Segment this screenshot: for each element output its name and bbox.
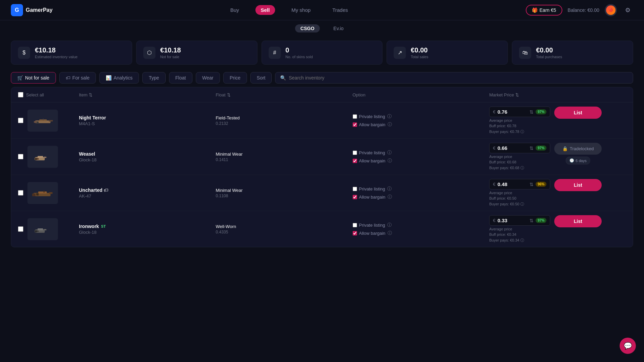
filter-wear[interactable]: Wear — [196, 72, 220, 84]
table-row: Ironwork ST Glock-18 Well-Worn 0.4335 Pr… — [11, 211, 633, 247]
item-2-thumbnail — [27, 146, 58, 168]
private-listing-1[interactable]: Private listing ⓘ — [353, 113, 490, 119]
filter-type[interactable]: Type — [142, 72, 165, 84]
filter-sort[interactable]: Sort — [250, 72, 272, 84]
item-1-action: List — [554, 107, 602, 119]
earn-button[interactable]: 🎁 Earn €5 — [526, 5, 562, 16]
item-4-buff: Buff price: €0.34 — [489, 232, 550, 236]
stat-skins-sold: # 0 No. of skins sold — [262, 41, 383, 65]
stats-row: $ €10.18 Estimated inventory value ⬡ €10… — [0, 37, 644, 69]
list-button-1[interactable]: List — [554, 107, 602, 119]
svg-rect-26 — [37, 230, 39, 232]
table-header: Select all Item ⇅ Float ⇅ Option Market … — [11, 87, 633, 103]
search-icon: 🔍 — [280, 75, 286, 81]
st-badge-4: ST — [101, 224, 106, 228]
nav-buy[interactable]: Buy — [225, 5, 245, 15]
allow-bargain-1[interactable]: Allow bargain ⓘ — [353, 121, 490, 128]
nav-trades[interactable]: Trades — [327, 5, 353, 15]
item-2-price-input[interactable]: € 0.66 ⇅ 97% — [489, 143, 550, 153]
row-4-checkbox[interactable] — [18, 226, 23, 232]
item-3-badge: 96% — [536, 182, 546, 187]
tab-csgo[interactable]: CSGO — [295, 24, 320, 32]
item-2-buff: Buff price: €0.68 — [489, 160, 550, 164]
item-4-info: Ironwork ST Glock-18 — [79, 224, 216, 235]
item-4-badge: 97% — [536, 218, 546, 223]
estimated-value: €10.18 — [35, 46, 78, 54]
estimated-label: Estimated inventory value — [35, 55, 78, 59]
item-2-price-action: € 0.66 ⇅ 97% Average price Buff price: €… — [489, 143, 626, 171]
avatar: 🔴 — [606, 5, 616, 15]
item-1-price-col: € 0.76 ⇅ 97% Average price Buff price: €… — [489, 107, 550, 134]
item-1-thumbnail — [27, 110, 58, 132]
search-box[interactable]: 🔍 — [275, 72, 633, 84]
svg-rect-17 — [49, 192, 53, 194]
nav-myshop[interactable]: My shop — [286, 5, 316, 15]
allow-bargain-2[interactable]: Allow bargain ⓘ — [353, 158, 490, 164]
stat-total-purchases: 🛍 €0.00 Total purchases — [512, 41, 633, 65]
skins-sold-value: 0 — [286, 46, 313, 54]
chat-button[interactable]: 💬 — [620, 338, 636, 354]
item-1-badge: 97% — [536, 109, 546, 114]
trending-icon: ↗ — [394, 47, 406, 59]
item-2-avg-label: Average price — [489, 155, 550, 159]
select-all-checkbox[interactable] — [18, 92, 23, 97]
navbar: G GamerPay Buy Sell My shop Trades 🎁 Ear… — [0, 0, 644, 20]
filter-analytics[interactable]: 📊 Analytics — [99, 72, 139, 84]
item-4-options: Private listing ⓘ Allow bargain ⓘ — [353, 222, 490, 236]
svg-rect-25 — [38, 228, 43, 230]
brand-name: GamerPay — [26, 7, 53, 13]
skins-sold-label: No. of skins sold — [286, 55, 313, 59]
search-input[interactable] — [289, 75, 628, 81]
price-arrows-icon-2: ⇅ — [529, 145, 534, 151]
private-listing-4[interactable]: Private listing ⓘ — [353, 222, 490, 228]
allow-bargain-4[interactable]: Allow bargain ⓘ — [353, 230, 490, 236]
row-3-checkbox[interactable] — [18, 190, 23, 196]
svg-rect-3 — [49, 120, 53, 121]
nav-sell[interactable]: Sell — [255, 5, 275, 15]
item-4-avg-label: Average price — [489, 227, 550, 231]
hash-icon: # — [269, 47, 281, 59]
item-3-price-input[interactable]: € 0.48 ⇅ 96% — [489, 179, 550, 189]
list-button-4[interactable]: List — [554, 215, 602, 227]
item-3-options: Private listing ⓘ Allow bargain ⓘ — [353, 186, 490, 200]
item-1-price-input[interactable]: € 0.76 ⇅ 97% — [489, 107, 550, 117]
item-4-price-action: € 0.33 ⇅ 97% Average price Buff price: €… — [489, 215, 626, 243]
item-3-action: List — [554, 179, 602, 191]
filter-not-for-sale[interactable]: 🛒 Not for sale — [11, 72, 56, 84]
bag-icon: 🛍 — [519, 47, 531, 59]
filter-price[interactable]: Price — [223, 72, 247, 84]
tag2-icon: 🏷 — [66, 75, 70, 81]
settings-button[interactable]: ⚙ — [622, 5, 633, 16]
svg-point-27 — [35, 230, 37, 232]
avatar-button[interactable]: 🔴 — [605, 4, 617, 16]
nav-links: Buy Sell My shop Trades — [225, 5, 353, 15]
inventory-table: Select all Item ⇅ Float ⇅ Option Market … — [11, 87, 633, 247]
sticker-icon-3: 🏷 — [104, 187, 108, 193]
svg-rect-24 — [44, 229, 46, 230]
market-price-header: Market Price ⇅ — [489, 92, 626, 97]
item-2-info: Weasel Glock-18 — [79, 151, 216, 162]
row-1-checkbox[interactable] — [18, 118, 23, 123]
private-listing-2[interactable]: Private listing ⓘ — [353, 150, 490, 156]
logo: G — [11, 4, 23, 16]
allow-bargain-3[interactable]: Allow bargain ⓘ — [353, 194, 490, 200]
item-4-thumbnail — [27, 218, 58, 240]
tab-evio[interactable]: Ev.io — [328, 24, 349, 32]
stat-not-for-sale: ⬡ €10.18 Not for sale — [136, 41, 257, 65]
item-3-buyer: Buyer pays: €0.50 ⓘ — [489, 202, 550, 207]
dollar-icon: $ — [18, 47, 30, 59]
item-2-subname: Glock-18 — [79, 157, 216, 162]
svg-rect-18 — [38, 191, 47, 194]
item-1-info: Night Terror M4A1-S — [79, 115, 216, 126]
row-2-checkbox[interactable] — [18, 154, 23, 159]
total-purchases-label: Total purchases — [536, 55, 562, 59]
filter-float[interactable]: Float — [169, 72, 192, 84]
list-button-3[interactable]: List — [554, 179, 602, 191]
cart-icon: 🛒 — [17, 75, 23, 81]
trade-timer-2: 🕐 6 days — [566, 157, 590, 164]
item-4-price-input[interactable]: € 0.33 ⇅ 97% — [489, 215, 550, 226]
filter-for-sale[interactable]: 🏷 For sale — [59, 72, 96, 84]
navbar-right: 🎁 Earn €5 Balance: €0.00 🔴 ⚙ — [526, 4, 633, 16]
private-listing-3[interactable]: Private listing ⓘ — [353, 186, 490, 192]
item-2-action: 🔒 Tradelocked 🕐 6 days — [554, 143, 602, 164]
